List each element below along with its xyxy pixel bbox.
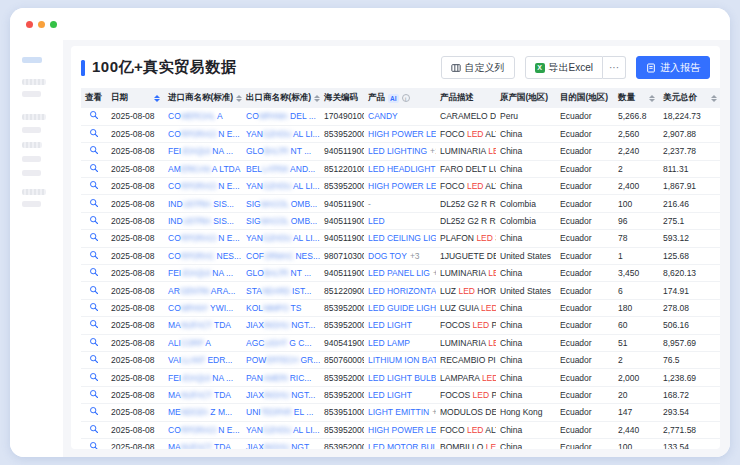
exporter-link[interactable]: YANGZHOU AL LI...	[242, 230, 320, 247]
view-detail-button[interactable]	[81, 230, 107, 247]
sidebar-item-placeholder[interactable]	[22, 170, 41, 176]
product-link[interactable]: LED LIGHT	[364, 386, 436, 403]
exporter-link[interactable]: JIAXINGHU NGT...	[242, 317, 320, 334]
sidebar-item-placeholder[interactable]	[22, 127, 41, 133]
importer-link[interactable]: COMERCIAL A	[164, 108, 242, 125]
info-icon[interactable]: i	[402, 94, 410, 102]
export-excel-button[interactable]: X 导出Excel	[525, 56, 603, 79]
sort-icon[interactable]	[711, 95, 717, 102]
importer-link[interactable]: ALICORP A	[164, 334, 242, 351]
exporter-link[interactable]: SIGMACOL OMB...	[242, 212, 320, 229]
more-products-badge[interactable]: +1	[430, 146, 436, 156]
product-link[interactable]: LIGHT EMITTIN+1	[364, 404, 436, 421]
more-products-badge[interactable]: +1	[433, 268, 436, 278]
sidebar-item-placeholder[interactable]	[22, 142, 42, 148]
exporter-link[interactable]: YANGZHOU AL LI...	[242, 125, 320, 142]
view-detail-button[interactable]	[81, 351, 107, 368]
exporter-link[interactable]: GLOBALTR NT ...	[242, 143, 320, 160]
exporter-link[interactable]: BELLATRIX AND...	[242, 160, 320, 177]
sidebar-item-placeholder[interactable]	[22, 91, 41, 97]
sidebar-item-active[interactable]	[22, 57, 42, 63]
view-detail-button[interactable]	[81, 421, 107, 438]
exporter-link[interactable]: JIAXINGHU NGT...	[242, 386, 320, 403]
sidebar-item-placeholder[interactable]	[22, 189, 46, 195]
export-more-button[interactable]: ···	[603, 56, 626, 79]
exporter-link[interactable]: STANDARD IST...	[242, 282, 320, 299]
exporter-link[interactable]: COFORMAC NES...	[242, 247, 320, 264]
view-detail-button[interactable]	[81, 143, 107, 160]
view-detail-button[interactable]	[81, 299, 107, 316]
customize-columns-button[interactable]: 自定义列	[441, 56, 515, 79]
column-header-1[interactable]: 日期	[107, 88, 164, 108]
exporter-link[interactable]: YANGZHOU AL LI...	[242, 421, 320, 438]
importer-link[interactable]: INDUSTRIA SIS...	[164, 212, 242, 229]
view-detail-button[interactable]	[81, 160, 107, 177]
exporter-link[interactable]: UNITEDPAR EL ...	[242, 404, 320, 421]
exporter-link[interactable]: PANAMERI RIC...	[242, 369, 320, 386]
importer-link[interactable]: ARGENTIN ARA...	[164, 282, 242, 299]
product-link[interactable]: HIGH POWER LED F	[364, 178, 436, 195]
importer-link[interactable]: MENDOZA Z M...	[164, 404, 242, 421]
sidebar-item-placeholder[interactable]	[22, 79, 46, 85]
view-detail-button[interactable]	[81, 369, 107, 386]
close-window-dot[interactable]	[26, 21, 33, 28]
product-link[interactable]: LED LIGHT	[364, 317, 436, 334]
product-link[interactable]: LED LIGHTING+1	[364, 143, 436, 160]
importer-link[interactable]: FEIJOAQUI NA ...	[164, 369, 242, 386]
product-link[interactable]: DOG TOY+3	[364, 247, 436, 264]
sidebar-item-placeholder[interactable]	[22, 201, 41, 207]
more-products-badge[interactable]: +1	[432, 407, 436, 417]
product-link[interactable]: LITHIUM ION BATT	[364, 351, 436, 368]
product-link[interactable]: LED HEADLIGHT	[364, 160, 436, 177]
importer-link[interactable]: MANUFACT TDA	[164, 317, 242, 334]
more-products-badge[interactable]: +3	[410, 251, 420, 261]
product-link[interactable]: LED PANEL LIG+1	[364, 265, 436, 282]
view-detail-button[interactable]	[81, 212, 107, 229]
view-detail-button[interactable]	[81, 247, 107, 264]
exporter-link[interactable]: POWERTECH GR...	[242, 351, 320, 368]
column-header-9[interactable]: 数量	[614, 88, 659, 108]
importer-link[interactable]: CORPORACI N E...	[164, 421, 242, 438]
maximize-window-dot[interactable]	[50, 21, 57, 28]
importer-link[interactable]: COMPANY YWI...	[164, 299, 242, 316]
enter-report-button[interactable]: 进入报告	[636, 56, 710, 79]
exporter-link[interactable]: KOLNIMPO TS	[242, 299, 320, 316]
view-detail-button[interactable]	[81, 404, 107, 421]
importer-link[interactable]: VAILLANT EDR...	[164, 351, 242, 368]
view-detail-button[interactable]	[81, 386, 107, 403]
view-detail-button[interactable]	[81, 438, 107, 449]
sort-icon[interactable]	[649, 95, 655, 102]
product-link[interactable]: LED MOTOR BULB	[364, 438, 436, 449]
importer-link[interactable]: FEIJOAQUI NA ...	[164, 265, 242, 282]
exporter-link[interactable]: SIGMACOL OMB...	[242, 195, 320, 212]
importer-link[interactable]: MANUFACT TDA	[164, 386, 242, 403]
importer-link[interactable]: MANUFACT TDA	[164, 438, 242, 449]
sidebar-item-placeholder[interactable]	[22, 156, 41, 162]
product-link[interactable]: HIGH POWER LED F	[364, 125, 436, 142]
product-link[interactable]: LED GUIDE LIGHT T	[364, 299, 436, 316]
exporter-link[interactable]: COMPANIA DEL ...	[242, 108, 320, 125]
minimize-window-dot[interactable]	[38, 21, 45, 28]
view-detail-button[interactable]	[81, 125, 107, 142]
view-detail-button[interactable]	[81, 195, 107, 212]
product-link[interactable]: LED HORIZONTAL	[364, 282, 436, 299]
importer-link[interactable]: FEIJOAQUI NA ...	[164, 143, 242, 160]
view-detail-button[interactable]	[81, 317, 107, 334]
product-link[interactable]: LED	[364, 212, 436, 229]
importer-link[interactable]: INDUSTRIA SIS...	[164, 195, 242, 212]
importer-link[interactable]: AMERICAN A LTDA	[164, 160, 242, 177]
view-detail-button[interactable]	[81, 334, 107, 351]
exporter-link[interactable]: JIAXINGHU NGT...	[242, 438, 320, 449]
product-link[interactable]: LED LAMP	[364, 334, 436, 351]
view-detail-button[interactable]	[81, 178, 107, 195]
sort-icon[interactable]	[236, 95, 242, 102]
view-detail-button[interactable]	[81, 265, 107, 282]
product-link[interactable]: LED CEILING LIGHT	[364, 230, 436, 247]
importer-link[interactable]: CORPORACI N E...	[164, 230, 242, 247]
product-link[interactable]: CANDY	[364, 108, 436, 125]
product-link[interactable]: LED LIGHT BULB	[364, 369, 436, 386]
view-detail-button[interactable]	[81, 282, 107, 299]
exporter-link[interactable]: GLOBALTR NT ...	[242, 265, 320, 282]
column-header-3[interactable]: 出口商名称(标准)	[242, 88, 320, 108]
column-header-2[interactable]: 进口商名称(标准)	[164, 88, 242, 108]
